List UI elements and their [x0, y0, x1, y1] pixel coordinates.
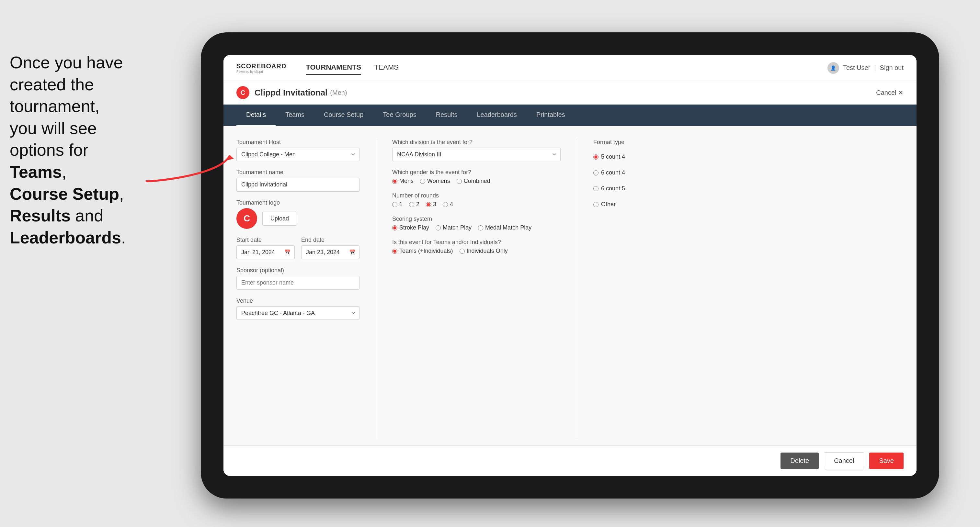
rounds-2-label: 2 — [416, 201, 419, 208]
nav-teams[interactable]: TEAMS — [374, 60, 399, 75]
pipe-separator: | — [874, 64, 876, 71]
start-date-group: Start date 📅 — [236, 237, 295, 259]
format-6count5-label: 6 count 5 — [601, 185, 625, 192]
host-label: Tournament Host — [236, 139, 360, 146]
venue-group: Venue Peachtree GC - Atlanta - GA — [236, 297, 360, 320]
logo-label: Tournament logo — [236, 199, 360, 206]
tab-teams[interactable]: Teams — [275, 105, 314, 126]
right-divider — [577, 139, 577, 439]
division-select[interactable]: NCAA Division III — [392, 148, 561, 161]
scoring-medal-match[interactable]: Medal Match Play — [478, 224, 531, 231]
division-label: Which division is the event for? — [392, 139, 561, 146]
tablet-device: SCOREBOARD Powered by clippd TOURNAMENTS… — [201, 32, 939, 498]
start-date-wrap: 📅 — [236, 245, 295, 259]
scoring-match-label: Match Play — [443, 224, 471, 231]
tab-results[interactable]: Results — [426, 105, 467, 126]
tournament-icon: C — [236, 86, 249, 99]
rounds-label: Number of rounds — [392, 192, 561, 199]
user-area: 👤 Test User | Sign out — [827, 62, 904, 74]
host-group: Tournament Host Clippd College - Men — [236, 139, 360, 161]
user-avatar: 👤 — [827, 62, 839, 74]
tablet-screen: SCOREBOARD Powered by clippd TOURNAMENTS… — [223, 55, 916, 476]
cancel-button[interactable]: Cancel — [824, 452, 864, 469]
name-input[interactable] — [236, 178, 360, 192]
format-other-label: Other — [601, 201, 616, 208]
gender-mens[interactable]: Mens — [392, 178, 414, 184]
format-5count4[interactable]: 5 count 4 — [593, 154, 710, 160]
rounds-4[interactable]: 4 — [443, 201, 453, 208]
end-date-group: End date 📅 — [301, 237, 360, 259]
format-6count4[interactable]: 6 count 4 — [593, 169, 710, 176]
scoring-radio-group: Stroke Play Match Play Medal Match Play — [392, 224, 561, 231]
rounds-4-label: 4 — [450, 201, 453, 208]
individuals-only-label: Individuals Only — [467, 248, 508, 254]
scoring-match[interactable]: Match Play — [436, 224, 471, 231]
gender-womens-label: Womens — [427, 178, 450, 184]
tab-course-setup[interactable]: Course Setup — [314, 105, 373, 126]
nav-tournaments[interactable]: TOURNAMENTS — [306, 60, 361, 75]
gender-combined-label: Combined — [464, 178, 490, 184]
venue-label: Venue — [236, 297, 360, 304]
start-date-label: Start date — [236, 237, 295, 243]
teams-plus-individuals[interactable]: Teams (+Individuals) — [392, 248, 453, 254]
sponsor-label: Sponsor (optional) — [236, 267, 360, 274]
individuals-only[interactable]: Individuals Only — [460, 248, 508, 254]
sign-out-link[interactable]: Sign out — [880, 64, 904, 71]
gender-group: Which gender is the event for? Mens Wome… — [392, 169, 561, 184]
rounds-2[interactable]: 2 — [409, 201, 419, 208]
logo-text: SCOREBOARD — [236, 62, 286, 70]
name-group: Tournament name — [236, 169, 360, 192]
tab-printables[interactable]: Printables — [527, 105, 575, 126]
tab-leaderboards[interactable]: Leaderboards — [467, 105, 526, 126]
format-label: Format type — [593, 139, 710, 146]
scoring-group: Scoring system Stroke Play Match Play Me… — [392, 216, 561, 231]
teams-group: Is this event for Teams and/or Individua… — [392, 239, 561, 254]
teams-label: Is this event for Teams and/or Individua… — [392, 239, 561, 246]
rounds-3[interactable]: 3 — [426, 201, 436, 208]
tabs-bar: Details Teams Course Setup Tee Groups Re… — [223, 105, 916, 126]
save-button[interactable]: Save — [869, 452, 904, 469]
format-5count4-label: 5 count 4 — [601, 154, 625, 160]
main-content: Tournament Host Clippd College - Men Tou… — [223, 126, 916, 476]
rounds-1[interactable]: 1 — [392, 201, 402, 208]
tournament-tag: (Men) — [330, 89, 347, 97]
col-left: Tournament Host Clippd College - Men Tou… — [236, 139, 360, 439]
instruction-text: Once you have created the tournament, yo… — [0, 45, 156, 255]
logo-group: Tournament logo C Upload — [236, 199, 360, 229]
sponsor-input[interactable] — [236, 276, 360, 290]
rounds-group: Number of rounds 1 2 3 — [392, 192, 561, 208]
scoring-label: Scoring system — [392, 216, 561, 222]
arrow-indicator — [139, 149, 236, 188]
scoring-stroke-label: Stroke Play — [399, 224, 429, 231]
host-select[interactable]: Clippd College - Men — [236, 148, 360, 161]
rounds-radio-group: 1 2 3 4 — [392, 201, 561, 208]
teams-radio-group: Teams (+Individuals) Individuals Only — [392, 248, 561, 254]
logo-preview: C — [236, 208, 257, 229]
sponsor-group: Sponsor (optional) — [236, 267, 360, 290]
end-date-wrap: 📅 — [301, 245, 360, 259]
logo-area: SCOREBOARD Powered by clippd — [236, 62, 286, 73]
delete-button[interactable]: Delete — [781, 452, 819, 469]
logo-upload-area: C Upload — [236, 208, 360, 229]
start-calendar-icon: 📅 — [284, 249, 291, 256]
tournament-title: Clippd Invitational — [255, 88, 328, 98]
bottom-bar: Delete Cancel Save — [223, 445, 916, 476]
end-date-label: End date — [301, 237, 360, 243]
venue-select[interactable]: Peachtree GC - Atlanta - GA — [236, 306, 360, 320]
col-right: Format type 5 count 4 6 count 4 6 count … — [593, 139, 710, 439]
upload-button[interactable]: Upload — [262, 212, 297, 225]
format-6count5[interactable]: 6 count 5 — [593, 185, 710, 192]
scoring-stroke[interactable]: Stroke Play — [392, 224, 429, 231]
name-label: Tournament name — [236, 169, 360, 176]
tab-tee-groups[interactable]: Tee Groups — [373, 105, 426, 126]
format-other[interactable]: Other — [593, 201, 710, 208]
gender-combined[interactable]: Combined — [457, 178, 490, 184]
rounds-3-label: 3 — [433, 201, 436, 208]
tab-details[interactable]: Details — [236, 105, 275, 126]
teams-plus-label: Teams (+Individuals) — [399, 248, 453, 254]
scoring-medal-match-label: Medal Match Play — [485, 224, 531, 231]
gender-womens[interactable]: Womens — [420, 178, 450, 184]
rounds-1-label: 1 — [399, 201, 402, 208]
cancel-tournament-btn[interactable]: Cancel ✕ — [876, 89, 904, 97]
date-row: Start date 📅 End date 📅 — [236, 237, 360, 259]
